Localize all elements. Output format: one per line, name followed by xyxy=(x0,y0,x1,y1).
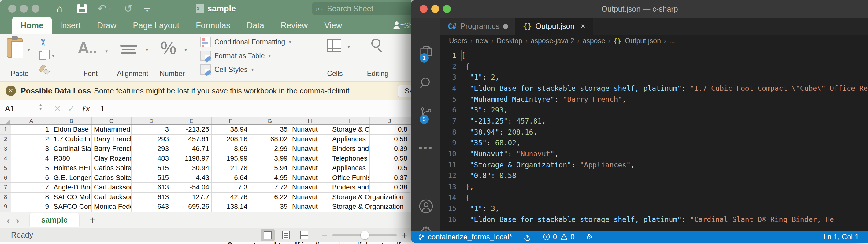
warnings-status-item[interactable]: 0 xyxy=(560,233,575,241)
ribbon-tab-home[interactable]: Home xyxy=(12,17,52,34)
paste-dropdown-icon[interactable]: ▾ xyxy=(28,47,30,53)
cell[interactable]: Nunavut xyxy=(290,183,330,192)
undo-icon[interactable]: ↶▾ xyxy=(97,0,111,17)
home-icon[interactable]: ⌂ xyxy=(57,0,63,17)
cell[interactable]: 483 xyxy=(131,154,171,164)
cancel-icon[interactable]: ✕ xyxy=(54,104,61,114)
cell[interactable]: Eldon Base f xyxy=(51,125,92,135)
code-line[interactable]: 16 "Eldon Base for stackable storage she… xyxy=(440,214,868,225)
cell[interactable]: 30.94 xyxy=(171,163,212,173)
more-views-icon[interactable]: ••• xyxy=(411,142,440,154)
cell-styles-button[interactable]: Cell Styles▾ xyxy=(200,64,253,75)
cell[interactable]: Barry French xyxy=(92,135,131,144)
code-line[interactable]: 12 "0.8": 0.58 xyxy=(440,170,868,182)
cell[interactable]: Carlos Solter xyxy=(92,163,131,173)
column-header-C[interactable]: C xyxy=(92,117,131,125)
row-header-1[interactable]: 1 xyxy=(0,125,11,135)
tab-program-cs[interactable]: C# Program.cs xyxy=(440,18,516,35)
breadcrumb-item[interactable]: Desktop xyxy=(497,37,522,45)
cell[interactable]: Carl Jackson xyxy=(92,192,131,202)
cell[interactable]: R380 xyxy=(51,154,92,164)
cell[interactable]: 6 xyxy=(11,173,51,183)
cell[interactable]: 1.7 Cubic Foo xyxy=(51,135,92,144)
cell[interactable]: 4.43 xyxy=(171,173,212,183)
search-input[interactable]: ⌕ ⌄ Search Sheet xyxy=(312,2,411,15)
cell[interactable]: Storage & Organization xyxy=(330,202,370,212)
cell[interactable]: Nunavut xyxy=(290,144,330,154)
enter-icon[interactable]: ✓ xyxy=(68,104,74,114)
breadcrumb-item[interactable]: Users xyxy=(449,37,467,45)
code-line[interactable]: 10 "Nunavut": "Nunavut", xyxy=(440,148,868,159)
code-line[interactable]: 4 "Eldon Base for stackable storage shel… xyxy=(440,83,868,94)
cell[interactable]: 46.71 xyxy=(171,144,212,154)
zoom-window-button[interactable] xyxy=(31,5,39,12)
column-header-E[interactable]: E xyxy=(171,117,212,125)
row-header-6[interactable]: 6 xyxy=(0,173,11,183)
save-icon[interactable] xyxy=(78,0,87,17)
cell[interactable]: 515 xyxy=(131,163,171,173)
page-break-view-button[interactable] xyxy=(297,229,311,241)
cell[interactable]: Barry French xyxy=(92,144,131,154)
name-box-spinner[interactable]: ▲▼ xyxy=(38,103,42,111)
zoom-slider[interactable] xyxy=(333,234,397,236)
row-header-9[interactable]: 9 xyxy=(0,202,11,212)
code-line[interactable]: 5 "Muhammed MacIntyre": "Barry French", xyxy=(440,94,868,105)
cut-button[interactable]: ✂ xyxy=(39,35,61,49)
cell[interactable]: 457.81 xyxy=(171,135,212,144)
account-icon[interactable] xyxy=(411,199,440,214)
breadcrumb-item[interactable]: ... xyxy=(669,37,675,45)
cell[interactable]: 195.99 xyxy=(212,154,250,164)
breadcrumb-item[interactable]: aspose xyxy=(583,37,605,45)
save-as-button[interactable]: Sa xyxy=(398,85,411,98)
cell[interactable]: Storage & Organization xyxy=(330,192,370,202)
cell[interactable]: 0.58 xyxy=(370,135,410,144)
code-line[interactable]: 2 { xyxy=(440,61,868,72)
column-header-B[interactable]: B xyxy=(51,117,92,125)
cell[interactable]: 8 xyxy=(11,192,51,202)
cell[interactable]: Nunavut xyxy=(290,202,330,212)
cell[interactable]: 7 xyxy=(11,183,51,192)
cell[interactable]: Monica Fede xyxy=(92,202,131,212)
column-header-H[interactable]: H xyxy=(290,117,330,125)
format-painter-button[interactable] xyxy=(39,62,61,76)
cell[interactable]: 8.69 xyxy=(212,144,250,154)
code-editor[interactable]: 1[2 {3 "1": 2,4 "Eldon Base for stackabl… xyxy=(440,47,868,232)
row-header-3[interactable]: 3 xyxy=(0,144,11,154)
cell[interactable]: Muhammed xyxy=(92,125,131,135)
zoom-slider-knob[interactable] xyxy=(361,231,369,239)
cells-dropdown-icon[interactable]: ▾ xyxy=(347,44,350,50)
cell[interactable]: Storage & Or xyxy=(330,125,370,135)
code-line[interactable]: 13 }, xyxy=(440,181,868,192)
row-header-7[interactable]: 7 xyxy=(0,183,11,192)
cell[interactable]: G.E. Longer-L xyxy=(51,173,92,183)
cell[interactable]: SAFCO Mobil xyxy=(51,192,92,202)
source-control-icon[interactable]: 5 xyxy=(411,106,440,121)
ribbon-tab-insert[interactable]: Insert xyxy=(52,17,89,34)
cell[interactable]: -213.25 xyxy=(171,125,212,135)
launch-status-icon[interactable] xyxy=(586,233,594,241)
cell[interactable]: 3 xyxy=(11,144,51,154)
search-panel-icon[interactable] xyxy=(411,76,440,90)
sync-publish-icon[interactable] xyxy=(523,233,532,241)
share-button[interactable]: + Sh xyxy=(393,17,411,34)
code-line[interactable]: 15 "1": 3, xyxy=(440,203,868,214)
column-header-D[interactable]: D xyxy=(131,117,171,125)
cell[interactable]: Binders and xyxy=(330,144,370,154)
cell[interactable]: 5.94 xyxy=(250,163,290,173)
redo-icon[interactable]: ↺ xyxy=(124,0,133,17)
format-as-table-button[interactable]: Format as Table▾ xyxy=(200,51,271,61)
breadcrumb-item[interactable]: aspose-java 2 xyxy=(531,37,575,45)
cell[interactable]: Carlos Solter xyxy=(92,173,131,183)
ribbon-tab-review[interactable]: Review xyxy=(273,17,316,34)
cell[interactable]: Binders and xyxy=(330,183,370,192)
cell[interactable]: Holmes HEPA xyxy=(51,163,92,173)
normal-view-button[interactable] xyxy=(260,229,275,241)
cell[interactable]: 35 xyxy=(250,125,290,135)
cell[interactable]: 0.38 xyxy=(370,183,410,192)
cell[interactable]: 42.76 xyxy=(212,192,250,202)
cell[interactable]: 68.02 xyxy=(250,135,290,144)
cell[interactable]: 208.16 xyxy=(212,135,250,144)
code-line[interactable]: 6 "3": 293, xyxy=(440,105,868,115)
row-header-2[interactable]: 2 xyxy=(0,135,11,144)
copy-button[interactable]: ▾ xyxy=(39,49,61,62)
